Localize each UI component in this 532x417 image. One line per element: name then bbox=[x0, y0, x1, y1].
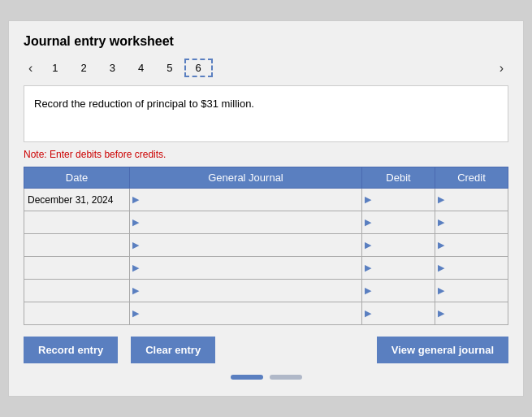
prev-arrow[interactable]: ‹ bbox=[24, 59, 37, 77]
debit-arrow-1: ▶ bbox=[362, 194, 374, 205]
debit-arrow-5: ▶ bbox=[362, 285, 374, 296]
date-cell-4 bbox=[24, 257, 130, 280]
date-cell-1: December 31, 2024 bbox=[24, 189, 130, 211]
credit-arrow-3: ▶ bbox=[435, 240, 447, 250]
debit-input-2[interactable] bbox=[374, 211, 435, 233]
table-row: ▶ ▶ ▶ bbox=[24, 257, 508, 280]
tab-1[interactable]: 1 bbox=[41, 59, 69, 77]
credit-arrow-4: ▶ bbox=[435, 263, 447, 273]
gj-input-3[interactable] bbox=[141, 238, 361, 253]
debit-arrow-6: ▶ bbox=[362, 308, 374, 319]
date-cell-5 bbox=[24, 280, 130, 302]
pagination-dots bbox=[24, 375, 508, 380]
credit-input-4[interactable] bbox=[447, 257, 508, 279]
gj-input-4[interactable] bbox=[141, 261, 361, 276]
debit-cell-5: ▶ bbox=[362, 280, 435, 302]
credit-arrow-1: ▶ bbox=[435, 194, 447, 205]
debit-input-3[interactable] bbox=[374, 234, 435, 256]
credit-cell-3: ▶ bbox=[435, 234, 508, 257]
gj-arrow-6: ▶ bbox=[130, 308, 141, 319]
gj-cell-3: ▶ bbox=[130, 234, 362, 257]
credit-input-2[interactable] bbox=[447, 211, 508, 233]
dot-inactive bbox=[270, 375, 302, 380]
action-buttons: Record entry Clear entry View general jo… bbox=[24, 337, 508, 363]
debit-input-1[interactable] bbox=[374, 189, 435, 211]
credit-input-6[interactable] bbox=[447, 302, 508, 324]
gj-cell-6: ▶ bbox=[130, 302, 362, 325]
credit-cell-4: ▶ bbox=[435, 257, 508, 280]
gj-arrow-1: ▶ bbox=[130, 194, 141, 205]
debit-cell-4: ▶ bbox=[362, 257, 435, 280]
dot-active bbox=[231, 375, 263, 380]
credit-cell-6: ▶ bbox=[435, 302, 508, 325]
debit-cell-2: ▶ bbox=[362, 211, 435, 234]
header-credit: Credit bbox=[435, 167, 508, 189]
debit-input-6[interactable] bbox=[374, 302, 435, 324]
tab-2[interactable]: 2 bbox=[70, 59, 98, 77]
credit-cell-5: ▶ bbox=[435, 280, 508, 302]
page-title: Journal entry worksheet bbox=[24, 34, 508, 49]
credit-arrow-5: ▶ bbox=[435, 285, 447, 296]
view-journal-button[interactable]: View general journal bbox=[377, 337, 508, 363]
table-row: ▶ ▶ ▶ bbox=[24, 211, 508, 234]
debit-cell-6: ▶ bbox=[362, 302, 435, 325]
credit-input-5[interactable] bbox=[447, 280, 508, 302]
journal-table: Date General Journal Debit Credit Decemb… bbox=[24, 167, 508, 325]
debit-cell-1: ▶ bbox=[362, 189, 435, 211]
gj-cell-1: ▶ bbox=[130, 189, 362, 211]
gj-cell-2: ▶ bbox=[130, 211, 362, 234]
tab-list: 1 2 3 4 5 6 bbox=[37, 59, 494, 77]
tab-5[interactable]: 5 bbox=[155, 59, 184, 77]
gj-arrow-4: ▶ bbox=[130, 263, 141, 273]
gj-arrow-3: ▶ bbox=[130, 240, 141, 250]
gj-cell-5: ▶ bbox=[130, 280, 362, 302]
credit-input-1[interactable] bbox=[447, 189, 508, 211]
table-row: ▶ ▶ ▶ bbox=[24, 234, 508, 257]
tab-3[interactable]: 3 bbox=[98, 59, 127, 77]
gj-input-6[interactable] bbox=[141, 306, 361, 321]
debit-arrow-4: ▶ bbox=[362, 263, 374, 273]
table-row: ▶ ▶ ▶ bbox=[24, 302, 508, 325]
debit-input-4[interactable] bbox=[374, 257, 435, 279]
next-arrow[interactable]: › bbox=[495, 59, 508, 77]
note-text: Note: Enter debits before credits. bbox=[24, 149, 508, 160]
gj-input-5[interactable] bbox=[141, 284, 361, 298]
clear-entry-button[interactable]: Clear entry bbox=[131, 337, 215, 363]
gj-cell-4: ▶ bbox=[130, 257, 362, 280]
gj-input-2[interactable] bbox=[141, 215, 361, 230]
tab-navigation: ‹ 1 2 3 4 5 6 › bbox=[24, 59, 508, 77]
credit-arrow-2: ▶ bbox=[435, 217, 447, 228]
date-cell-3 bbox=[24, 234, 130, 257]
date-cell-2 bbox=[24, 211, 130, 234]
debit-arrow-2: ▶ bbox=[362, 217, 374, 228]
date-value-1: December 31, 2024 bbox=[28, 194, 113, 206]
credit-arrow-6: ▶ bbox=[435, 308, 447, 319]
gj-input-1[interactable] bbox=[141, 193, 361, 207]
table-row: ▶ ▶ ▶ bbox=[24, 280, 508, 302]
gj-arrow-5: ▶ bbox=[130, 285, 141, 296]
instruction-box: Record the reduction of principal to $31… bbox=[24, 85, 508, 142]
header-gj: General Journal bbox=[130, 167, 362, 189]
credit-input-3[interactable] bbox=[447, 234, 508, 256]
debit-cell-3: ▶ bbox=[362, 234, 435, 257]
tab-6[interactable]: 6 bbox=[184, 59, 213, 77]
debit-input-5[interactable] bbox=[374, 280, 435, 302]
credit-cell-2: ▶ bbox=[435, 211, 508, 234]
instruction-text: Record the reduction of principal to $31… bbox=[34, 98, 254, 110]
tab-4[interactable]: 4 bbox=[127, 59, 155, 77]
header-date: Date bbox=[24, 167, 130, 189]
header-debit: Debit bbox=[362, 167, 435, 189]
gj-arrow-2: ▶ bbox=[130, 217, 141, 228]
debit-arrow-3: ▶ bbox=[362, 240, 374, 250]
table-row: December 31, 2024 ▶ ▶ ▶ bbox=[24, 189, 508, 211]
credit-cell-1: ▶ bbox=[435, 189, 508, 211]
date-cell-6 bbox=[24, 302, 130, 325]
record-entry-button[interactable]: Record entry bbox=[24, 337, 118, 363]
